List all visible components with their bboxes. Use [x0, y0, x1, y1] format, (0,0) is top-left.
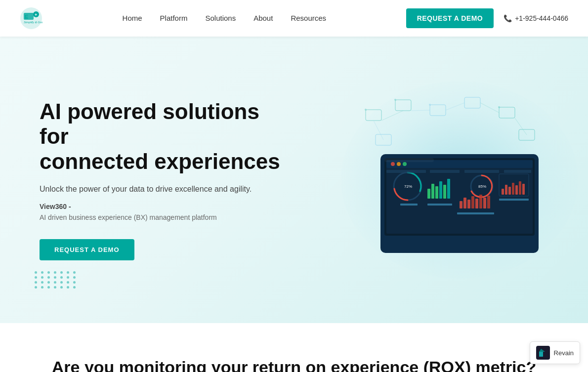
svg-point-30 — [397, 162, 401, 166]
rox-section: Are you monitoring your return on experi… — [0, 323, 588, 372]
svg-text:72%: 72% — [404, 184, 412, 189]
svg-rect-64 — [519, 181, 521, 195]
svg-rect-7 — [395, 100, 411, 111]
svg-rect-37 — [439, 181, 442, 199]
logo-icon: E + Simplify & Grow — [20, 7, 42, 30]
nav-links: Home Platform Solutions About Resources — [123, 14, 327, 23]
svg-point-21 — [429, 104, 431, 106]
svg-rect-6 — [366, 110, 381, 121]
request-demo-hero-button[interactable]: REQUEST A DEMO — [40, 239, 134, 260]
svg-rect-35 — [431, 184, 434, 199]
svg-rect-39 — [447, 179, 450, 199]
logo[interactable]: E + Simplify & Grow — [20, 7, 42, 30]
svg-line-17 — [374, 121, 383, 140]
svg-marker-68 — [539, 349, 545, 357]
svg-line-13 — [381, 111, 403, 121]
nav-item-resources[interactable]: Resources — [291, 14, 326, 23]
svg-text:+: + — [35, 12, 37, 17]
svg-rect-44 — [467, 200, 470, 208]
svg-rect-52 — [464, 170, 499, 173]
phone-icon: 📞 — [504, 14, 512, 22]
svg-point-31 — [403, 162, 407, 166]
nav-item-solutions[interactable]: Solutions — [205, 14, 236, 23]
svg-point-29 — [391, 162, 395, 166]
svg-point-22 — [498, 106, 500, 108]
nav-item-about[interactable]: About — [253, 14, 273, 23]
svg-rect-36 — [435, 186, 438, 199]
svg-rect-62 — [512, 183, 514, 195]
hero-product-desc: AI driven business experience (BX) manag… — [40, 213, 287, 221]
svg-line-18 — [515, 118, 527, 135]
hero-section: AI powered solutions for connected exper… — [0, 37, 588, 323]
hero-subtitle: Unlock the power of your data to drive e… — [40, 185, 287, 194]
revain-badge[interactable]: Revain — [530, 341, 580, 364]
svg-rect-42 — [460, 201, 462, 208]
svg-rect-46 — [475, 199, 478, 208]
svg-rect-43 — [463, 198, 466, 208]
svg-rect-10 — [499, 107, 515, 118]
hero-illustration: 72% 85% — [311, 61, 588, 298]
svg-rect-66 — [384, 158, 434, 162]
svg-rect-57 — [499, 199, 529, 201]
hero-title: AI powered solutions for connected exper… — [40, 99, 287, 174]
svg-rect-49 — [487, 196, 490, 208]
revain-label: Revain — [554, 349, 574, 357]
navbar: E + Simplify & Grow Home Platform Soluti… — [0, 0, 588, 37]
svg-rect-38 — [443, 185, 446, 199]
svg-rect-51 — [430, 170, 460, 173]
dots-decoration — [35, 271, 77, 289]
svg-text:E: E — [25, 14, 28, 20]
svg-rect-8 — [430, 105, 446, 116]
svg-rect-56 — [457, 212, 494, 214]
svg-rect-59 — [502, 189, 504, 195]
svg-rect-9 — [464, 97, 480, 108]
svg-rect-47 — [479, 195, 482, 208]
svg-point-19 — [365, 109, 367, 111]
svg-rect-55 — [427, 204, 452, 206]
svg-line-14 — [411, 110, 430, 111]
svg-rect-50 — [386, 170, 426, 173]
svg-text:Simplify & Grow: Simplify & Grow — [24, 21, 42, 24]
svg-text:85%: 85% — [478, 184, 486, 189]
request-demo-nav-button[interactable]: REQUEST A DEMO — [406, 8, 494, 28]
svg-point-20 — [394, 99, 396, 101]
svg-rect-61 — [508, 187, 511, 195]
svg-rect-53 — [504, 170, 531, 173]
svg-rect-63 — [515, 185, 518, 195]
revain-icon — [536, 346, 550, 360]
svg-rect-54 — [400, 204, 418, 206]
monitor-illustration: 72% 85% — [351, 90, 568, 270]
svg-rect-60 — [505, 185, 507, 195]
svg-rect-34 — [427, 189, 430, 199]
phone-link[interactable]: 📞 +1-925-444-0466 — [504, 14, 568, 22]
nav-item-platform[interactable]: Platform — [160, 14, 188, 23]
nav-item-home[interactable]: Home — [123, 14, 142, 23]
svg-rect-48 — [483, 198, 486, 208]
hero-content: AI powered solutions for connected exper… — [40, 99, 287, 261]
rox-heading: Are you monitoring your return on experi… — [20, 358, 568, 372]
svg-rect-65 — [522, 184, 525, 195]
hero-product-label: View360 - — [40, 203, 287, 210]
phone-number: +1-925-444-0466 — [515, 14, 568, 22]
svg-line-16 — [480, 103, 499, 113]
svg-rect-45 — [471, 196, 474, 208]
nav-right: REQUEST A DEMO 📞 +1-925-444-0466 — [406, 8, 568, 28]
svg-line-15 — [446, 103, 464, 110]
